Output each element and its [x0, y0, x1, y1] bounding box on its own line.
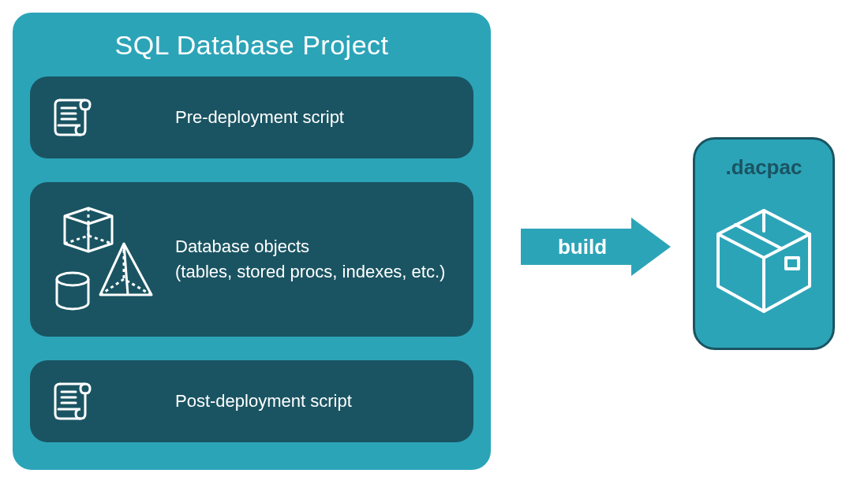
svg-rect-8	[786, 258, 799, 269]
shapes-icon	[49, 200, 175, 319]
database-objects-label-line1: Database objects	[175, 234, 455, 259]
scroll-script-icon	[49, 376, 175, 427]
post-deployment-card: Post-deployment script	[30, 360, 473, 442]
dacpac-output-box: .dacpac	[693, 137, 835, 350]
package-box-icon	[709, 180, 819, 340]
dacpac-label: .dacpac	[726, 155, 803, 180]
database-objects-label: Database objects (tables, stored procs, …	[175, 234, 455, 285]
build-arrow-label: build	[521, 218, 644, 276]
pre-deployment-label: Pre-deployment script	[175, 105, 455, 130]
build-arrow: build	[521, 218, 671, 276]
sql-database-project-container: SQL Database Project Pre-deployment scri…	[13, 13, 491, 470]
database-objects-card: Database objects (tables, stored procs, …	[30, 182, 473, 337]
svg-point-3	[57, 273, 88, 285]
scroll-script-icon	[49, 92, 175, 143]
pre-deployment-card: Pre-deployment script	[30, 76, 473, 158]
post-deployment-label: Post-deployment script	[175, 389, 455, 414]
project-title: SQL Database Project	[30, 13, 473, 72]
database-objects-label-line2: (tables, stored procs, indexes, etc.)	[175, 259, 455, 285]
